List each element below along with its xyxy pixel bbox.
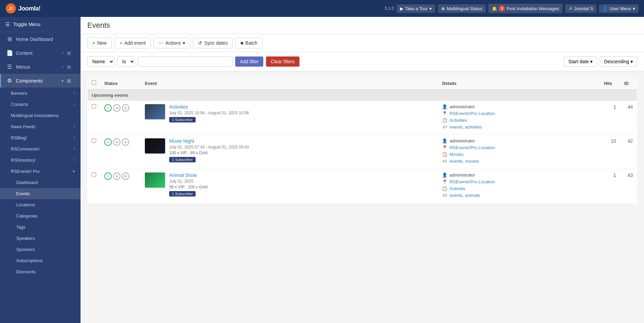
new-button[interactable]: + New [87,38,112,48]
event-cell: Activities July 01, 2025 10:56 - August … [141,101,438,135]
version-label: 5.1.0 [385,6,394,11]
chevron-right-icon: › [74,158,75,162]
sidebar-item-menus[interactable]: ☰ Menus › ⊞ [0,60,81,74]
status-extra-icon[interactable]: ⊕ [122,172,129,180]
tag-link[interactable]: events [449,159,462,164]
chevron-right-icon: › [74,124,75,128]
sidebar-sub-contacts[interactable]: Contacts › [0,99,81,110]
sidebar-sub-rsblog[interactable]: RSBlog! › [0,132,81,143]
chevron-right-icon: › [63,65,64,69]
sidebar-item-content[interactable]: 📄 Content › ⊞ [0,46,81,60]
toggle-menu-button[interactable]: ☰ Toggle Menu [0,17,81,32]
table-row: ✓ ★ ⊕ Movie Night July 01, 2025 07:43 - … [88,135,637,169]
sidebar-sub-rsevents-dashboard[interactable]: Dashboard [0,177,81,188]
chevron-down-icon: ∨ [72,169,75,174]
row-checkbox[interactable] [92,104,96,109]
sidebar-sub-rsevents-locations[interactable]: Locations [0,199,81,210]
status-icons: ✓ ★ ⊕ [104,172,137,180]
actions-button[interactable]: ⋯ Actions ▾ [153,38,190,48]
sidebar-item-components[interactable]: ⚙ Components ∨ ⊞ [0,74,81,88]
filter-field-select[interactable]: Name [87,56,114,67]
add-event-button[interactable]: + Add event [114,38,151,48]
take-tour-button[interactable]: ▶ Take a Tour ▾ [397,4,435,13]
sidebar-sub-rsevents-sponsors[interactable]: Sponsors [0,244,81,255]
grid-icon[interactable]: ⊞ [67,50,75,56]
sidebar-sub-newsfeeds[interactable]: News Feeds › [0,121,81,132]
filter-value-input[interactable] [138,56,232,67]
id-cell: 43 [620,169,637,203]
sidebar-item-home-dashboard[interactable]: ⊞ Home Dashboard [0,32,81,46]
sidebar: ☰ Toggle Menu ⊞ Home Dashboard 📄 Content… [0,17,81,323]
filter-operator-select[interactable]: Is [117,56,135,67]
status-featured-icon[interactable]: ★ [113,172,120,180]
multilingual-status-button[interactable]: ⊕ Multilingual Status [438,4,486,13]
sidebar-sub-rsevents-categories[interactable]: Categories [0,210,81,222]
sidebar-sub-multilingual[interactable]: Multilingual Associations [0,110,81,121]
location-icon: 📍 [442,145,447,150]
event-name-link[interactable]: Animal Show [169,172,197,178]
sidebar-sub-rsevents-tags[interactable]: Tags [0,222,81,233]
tags-list: events, animals [449,193,480,198]
add-filter-button[interactable]: Add filter [235,56,263,67]
sidebar-sub-rsevents-events[interactable]: Events [0,188,81,199]
status-extra-icon[interactable]: ⊕ [122,138,129,146]
event-name-link[interactable]: Activities [169,104,188,110]
status-cell: ✓ ★ ⊕ [100,169,141,203]
status-published-icon[interactable]: ✓ [104,104,112,112]
sidebar-sub-rsevents-discounts[interactable]: Discounts [0,266,81,277]
location-link[interactable]: RSEvents!Pro Location [449,111,495,116]
events-table-container: Status Event Details Hits ID Upcoming ev… [81,71,644,209]
sidebar-sub-rsevents[interactable]: RSEvents! Pro ∨ [0,166,81,177]
tag-link[interactable]: animals [465,193,480,198]
sync-icon: ↺ [198,40,202,46]
sort-direction-button[interactable]: Descending ▾ [600,56,637,67]
location-link[interactable]: RSEvents!Pro Location [449,145,495,150]
dots-icon: ⋯ [158,40,163,46]
notifications-badge: 3 [499,5,505,11]
select-all-checkbox[interactable] [92,80,96,85]
status-featured-icon[interactable]: ★ [113,138,120,146]
event-tickets: 99 x VIP , 100 x Gold [169,185,434,189]
location-icon: 📍 [442,179,447,184]
grid-icon[interactable]: ⊞ [67,78,75,84]
status-published-icon[interactable]: ✓ [104,138,112,146]
col-hits: Hits [600,77,620,90]
chevron-down-icon: ▾ [630,59,633,64]
event-name-link[interactable]: Movie Night [169,138,194,144]
event-tickets: 100 x VIP , 99 x Gold [169,151,434,155]
row-checkbox[interactable] [92,172,96,177]
section-upcoming: Upcoming events [88,90,637,101]
category-link[interactable]: Activities [449,118,467,123]
location-link[interactable]: RSEvents!Pro Location [449,179,495,184]
joomla5-button[interactable]: ↗ Joomla! 5 [565,4,596,13]
status-extra-icon[interactable]: ⊕ [122,104,129,112]
toolbar: + New + Add event ⋯ Actions ▾ ↺ Sync dat… [81,34,644,52]
tag-link[interactable]: events [449,124,462,130]
row-checkbox[interactable] [92,138,96,143]
batch-button[interactable]: ■ Batch [236,38,263,48]
sidebar-sub-rsevents-subscriptions[interactable]: Subscriptions [0,255,81,266]
sidebar-sub-rscomments[interactable]: RSComments! › [0,143,81,155]
tag-link[interactable]: movies [465,159,479,164]
user-menu-button[interactable]: 👤 User Menu ▾ [599,4,639,13]
sidebar-sub-rsdirectory[interactable]: RSDirectory! › [0,155,81,166]
status-featured-icon[interactable]: ★ [113,104,120,112]
category-link[interactable]: Movies [449,152,463,157]
grid-icon[interactable]: ⊞ [67,64,75,70]
tag-link[interactable]: activities [465,124,482,130]
clear-filters-button[interactable]: Clear filters [266,56,299,67]
col-details: Details [438,77,600,90]
notifications-button[interactable]: 🔔 3 Post Installation Messages [488,4,562,13]
tag-link[interactable]: events [449,193,462,198]
sort-field-button[interactable]: Start date ▾ [564,56,597,67]
subscriber-badge: 1 Subscriber [169,117,196,122]
components-icon: ⚙ [6,77,13,84]
sync-dates-button[interactable]: ↺ Sync dates [193,38,232,48]
sidebar-sub-banners[interactable]: Banners › [0,88,81,99]
status-published-icon[interactable]: ✓ [104,172,112,180]
tags-list: events, movies [449,159,479,164]
sidebar-sub-rsevents-speakers[interactable]: Speakers [0,233,81,244]
category-link[interactable]: Animals [449,186,465,191]
plus-icon: + [119,40,122,46]
hits-cell: 10 [600,135,620,169]
